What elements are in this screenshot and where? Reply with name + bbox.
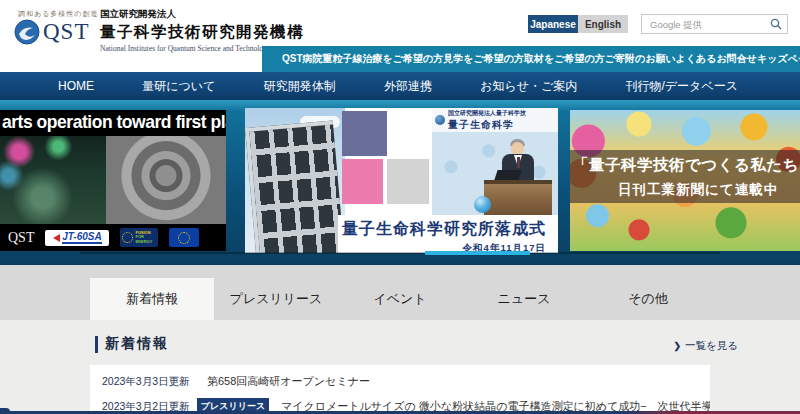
slide2-building-photo	[245, 108, 345, 253]
bottom-left-notch	[0, 408, 10, 414]
utility-nav-qst-hospital[interactable]: QST病院	[282, 52, 323, 66]
utility-nav-faq[interactable]: よくあるお問合せ	[676, 52, 757, 66]
f4e-circle-icon	[122, 232, 133, 243]
slide2-caption: 量子生命科学研究所落成式 令和4年11月17日	[338, 215, 558, 253]
decor-square-pink	[342, 159, 383, 204]
qst-homepage: 調和ある多様性の創造 QST 国立研究開発法人 量子科学技術研究開発機構 Nat…	[0, 0, 800, 414]
globe-logo-shape	[474, 196, 491, 213]
tab-press-release[interactable]: プレスリリース	[214, 278, 338, 320]
utility-nav-press[interactable]: 取材をご希望の方	[524, 52, 605, 66]
qst-logo-icon	[14, 19, 40, 45]
utility-nav-heavy-ion-therapy[interactable]: 重粒子線治療をご希望の方	[323, 52, 444, 66]
search-icon[interactable]	[770, 18, 782, 30]
tab-event[interactable]: イベント	[338, 278, 462, 320]
news-heading-text: 新着情報	[105, 335, 169, 353]
laptop-shape	[494, 170, 521, 180]
news-section-heading: 新着情報	[95, 335, 169, 353]
news-section: 新着情報 ❯ 一覧を見る 2023年3月3日更新 第658回高崎研オープンセミナ…	[0, 320, 800, 414]
decor-square-purple	[342, 111, 387, 156]
news-title: 第658回高崎研オープンセミナー	[207, 374, 370, 389]
site-logo[interactable]: QST	[14, 19, 89, 45]
main-nav: HOME 量研について 研究開発体制 外部連携 お知らせ・ご案内 刊行物/データ…	[0, 72, 800, 100]
decor-square-gray	[387, 159, 429, 204]
search-input[interactable]	[642, 19, 770, 30]
google-search-box	[641, 14, 788, 34]
slide2-title: 量子生命科学研究所落成式	[338, 219, 546, 240]
hero-carousel: arts operation toward first plasma QST J…	[0, 100, 800, 265]
tab-news[interactable]: ニュース	[462, 278, 586, 320]
tab-other[interactable]: その他	[586, 278, 710, 320]
eu-stars-icon	[178, 232, 190, 244]
slide3-text-overlay: 「量子科学技術でつくる私たち 日刊工業新聞にて連載中	[570, 150, 800, 203]
news-date: 2023年3月3日更新	[102, 375, 197, 389]
news-tabs-band: 新着情報 プレスリリース イベント ニュース その他	[0, 265, 800, 320]
view-all-link[interactable]: ❯ 一覧を見る	[673, 339, 738, 353]
utility-nav-donation[interactable]: ご寄附のお願い	[605, 52, 676, 66]
chevron-right-icon: ❯	[673, 341, 681, 351]
fusion-for-energy-logo: FUSION FOR ENERGY	[120, 228, 158, 247]
building-facade	[245, 120, 345, 253]
qst-logo-text: QST	[43, 19, 89, 45]
lang-japanese-button[interactable]: Japanese	[528, 15, 578, 33]
news-row[interactable]: 2023年3月3日更新 第658回高崎研オープンセミナー	[102, 374, 710, 389]
main-nav-collaboration[interactable]: 外部連携	[384, 78, 432, 95]
eu-flag-logo	[169, 228, 199, 247]
jt60sa-logo: JT-60SA	[45, 230, 109, 246]
slide1-headline: arts operation toward first plasma	[2, 111, 226, 133]
slide1-logo-strip: QST JT-60SA FUSION FOR ENERGY	[0, 224, 226, 251]
slide2-ceremony-photo: 国立研究開発法人量子科学技 量子生命科学	[432, 108, 558, 215]
carousel-progress-indicator	[425, 251, 530, 255]
org-name: 量子科学技術研究開発機構	[100, 22, 304, 43]
main-nav-home[interactable]: HOME	[58, 79, 94, 93]
qst-mini-logo-icon	[435, 115, 445, 125]
news-list-card: 2023年3月3日更新 第658回高崎研オープンセミナー 2023年3月2日更新…	[90, 365, 710, 414]
carousel-slide-inauguration[interactable]: 国立研究開発法人量子科学技 量子生命科学 量子生命科学研究所落成式 令和4年	[245, 108, 558, 253]
lang-english-button[interactable]: English	[578, 15, 628, 33]
podium-shape	[484, 180, 552, 215]
heading-accent-bar	[95, 336, 98, 353]
utility-nav: QST病院 重粒子線治療をご希望の方 見学をご希望の方 取材をご希望の方 ご寄附…	[262, 46, 800, 72]
site-tagline: 調和ある多様性の創造	[18, 9, 99, 19]
utility-nav-kids[interactable]: キッズページ	[757, 52, 800, 66]
slide3-line2: 日刊工業新聞にて連載中	[570, 181, 800, 199]
news-tabs: 新着情報 プレスリリース イベント ニュース その他	[90, 278, 710, 320]
main-nav-information[interactable]: お知らせ・ご案内	[480, 78, 577, 95]
qst-wordmark: QST	[8, 230, 34, 246]
main-nav-about[interactable]: 量研について	[142, 78, 215, 95]
carousel-progress-track[interactable]	[80, 252, 720, 254]
slide3-line1: 「量子科学技術でつくる私たち	[570, 155, 800, 176]
org-type: 国立研究開発法人	[100, 8, 304, 21]
slide1-tokamak-photo	[106, 136, 226, 224]
main-nav-publications[interactable]: 刊行物/データベース	[626, 78, 738, 95]
backdrop-banner: 国立研究開発法人量子科学技 量子生命科学	[432, 108, 558, 132]
carousel-slide-serial[interactable]: 「量子科学技術でつくる私たち 日刊工業新聞にて連載中	[570, 110, 800, 251]
jt60sa-arrow-icon	[53, 234, 60, 242]
language-switcher: Japanese English	[528, 15, 628, 33]
main-nav-research[interactable]: 研究開発体制	[264, 78, 336, 95]
utility-nav-visit[interactable]: 見学をご希望の方	[443, 52, 524, 66]
header: 調和ある多様性の創造 QST 国立研究開発法人 量子科学技術研究開発機構 Nat…	[0, 0, 800, 46]
tab-new-info[interactable]: 新着情報	[90, 278, 214, 320]
carousel-slide-jt60sa[interactable]: arts operation toward first plasma QST J…	[0, 110, 226, 251]
slide1-control-room-photo	[0, 136, 106, 224]
